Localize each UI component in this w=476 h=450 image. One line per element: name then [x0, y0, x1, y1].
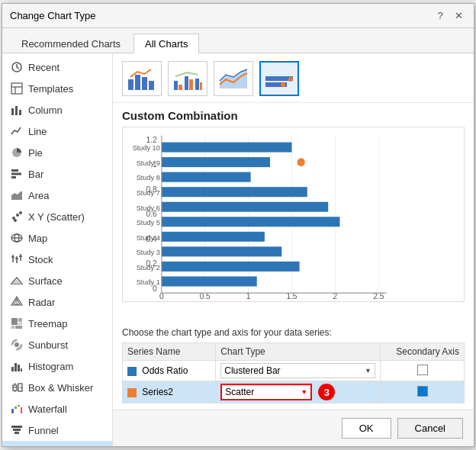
tab-recommended-charts[interactable]: Recommended Charts [10, 34, 132, 53]
sidebar-label-sunburst: Sunburst [28, 339, 68, 351]
sidebar-item-radar[interactable]: Radar [2, 291, 112, 313]
dropdown-arrow-2: ▼ [301, 388, 307, 396]
bar-icon [10, 167, 24, 181]
sidebar-label-box: Box & Whisker [28, 382, 93, 394]
sidebar-item-surface[interactable]: Surface [2, 270, 112, 291]
close-button[interactable]: ✕ [451, 8, 466, 24]
ok-button[interactable]: OK [342, 418, 391, 439]
sidebar-label-pie: Pie [28, 147, 43, 159]
title-bar: Change Chart Type ? ✕ [2, 4, 474, 28]
box-icon [10, 381, 24, 394]
svg-rect-50 [21, 407, 22, 413]
sidebar-item-line[interactable]: Line [2, 121, 112, 142]
sidebar-item-stock[interactable]: Stock [2, 249, 112, 270]
svg-rect-101 [162, 202, 328, 212]
sidebar-label-stock: Stock [28, 254, 53, 265]
series-row-odds-ratio: Odds Ratio Clustered Bar ▼ [123, 361, 465, 381]
checkbox-odds-ratio[interactable] [417, 365, 428, 375]
cancel-button[interactable]: Cancel [397, 418, 463, 439]
svg-rect-57 [128, 79, 133, 90]
svg-rect-66 [200, 82, 202, 90]
help-button[interactable]: ? [433, 8, 448, 24]
svg-rect-32 [11, 326, 14, 329]
surface-icon [10, 274, 24, 288]
svg-point-14 [19, 211, 22, 214]
sidebar-label-map: Map [28, 233, 47, 244]
combo-icon-4[interactable] [259, 61, 299, 96]
sidebar-item-templates[interactable]: Templates [2, 78, 112, 99]
svg-point-71 [281, 82, 285, 87]
sidebar-item-pie[interactable]: Pie [2, 142, 112, 163]
svg-rect-49 [18, 405, 20, 407]
svg-point-95 [298, 158, 305, 166]
svg-rect-38 [14, 363, 17, 371]
sidebar-label-combo: Combo [28, 446, 60, 447]
svg-text:Study 8: Study 8 [137, 173, 160, 182]
series-config: Choose the chart type and axis for your … [113, 324, 474, 410]
svg-text:Study 6: Study 6 [137, 203, 160, 211]
series-color-odds-ratio [127, 367, 137, 376]
sidebar-item-funnel[interactable]: Funnel [2, 419, 112, 441]
svg-rect-58 [135, 75, 140, 90]
series-chart-type-series2[interactable]: Scatter ▼ 3 [216, 381, 381, 403]
scatter-icon [10, 210, 24, 223]
svg-rect-97 [162, 172, 251, 182]
sidebar-item-area[interactable]: Area [2, 185, 112, 206]
svg-rect-107 [162, 246, 281, 256]
column-icon [10, 103, 24, 117]
content-area: Recent Templates Column Li [2, 53, 474, 446]
sidebar-label-area: Area [28, 190, 49, 201]
templates-icon [10, 82, 24, 95]
tab-bar: Recommended Charts All Charts [2, 28, 474, 53]
tab-all-charts[interactable]: All Charts [133, 34, 199, 53]
sidebar-label-radar: Radar [28, 297, 55, 308]
checkbox-series2[interactable] [417, 386, 428, 397]
svg-rect-51 [11, 426, 22, 428]
svg-marker-11 [11, 191, 22, 200]
title-actions: ? ✕ [433, 8, 466, 24]
col-header-secondary-axis: Secondary Axis [381, 343, 465, 361]
svg-rect-61 [174, 81, 178, 90]
sidebar-item-combo[interactable]: Combo [2, 441, 112, 446]
sidebar-label-surface: Surface [28, 275, 63, 287]
combo-icon-2[interactable] [168, 61, 207, 96]
series-chart-type-odds-ratio[interactable]: Clustered Bar ▼ [216, 361, 381, 381]
svg-rect-10 [11, 176, 16, 178]
sidebar-item-box-whisker[interactable]: Box & Whisker [2, 377, 112, 398]
sidebar-item-sunburst[interactable]: Sunburst [2, 334, 112, 355]
svg-text:Study 5: Study 5 [137, 218, 160, 227]
dropdown-arrow-1: ▼ [365, 367, 371, 374]
combo-icon-1[interactable] [122, 61, 162, 96]
sidebar-label-templates: Templates [28, 83, 73, 95]
sidebar-item-histogram[interactable]: Histogram [2, 355, 112, 377]
sidebar-item-map[interactable]: Map [2, 227, 112, 249]
svg-text:Study 10: Study 10 [133, 143, 160, 152]
svg-rect-31 [18, 318, 22, 322]
svg-text:Study 3: Study 3 [137, 248, 160, 256]
sidebar-item-column[interactable]: Column [2, 99, 112, 121]
series-table: Series Name Chart Type Secondary Axis [122, 342, 465, 403]
svg-rect-48 [14, 407, 17, 409]
sidebar-item-recent[interactable]: Recent [2, 56, 112, 78]
sidebar-item-waterfall[interactable]: Waterfall [2, 398, 112, 419]
main-panel: Custom Combination 1.2 1 0.8 0.6 0.4 0.2… [113, 53, 474, 446]
series-dropdown-odds-ratio[interactable]: Clustered Bar ▼ [220, 363, 375, 378]
sidebar-item-treemap[interactable]: Treemap [2, 313, 112, 334]
sidebar-item-bar[interactable]: Bar [2, 163, 112, 185]
svg-rect-64 [189, 79, 193, 90]
sidebar-label-funnel: Funnel [28, 425, 59, 436]
sidebar-item-xy-scatter[interactable]: X Y (Scatter) [2, 206, 112, 227]
svg-rect-109 [162, 262, 300, 272]
col-header-series-name: Series Name [123, 343, 216, 361]
svg-rect-92 [162, 143, 292, 153]
change-chart-type-dialog: Change Chart Type ? ✕ Recommended Charts… [2, 3, 474, 447]
footer: OK Cancel [113, 410, 474, 446]
waterfall-icon [10, 402, 24, 416]
svg-rect-103 [162, 217, 340, 227]
svg-rect-59 [142, 77, 147, 90]
svg-point-13 [16, 214, 19, 217]
sidebar-label-xy: X Y (Scatter) [28, 211, 85, 223]
series-dropdown-series2[interactable]: Scatter ▼ [220, 384, 312, 400]
combo-icon-3[interactable] [214, 61, 253, 96]
svg-text:Study 4: Study 4 [137, 233, 160, 241]
